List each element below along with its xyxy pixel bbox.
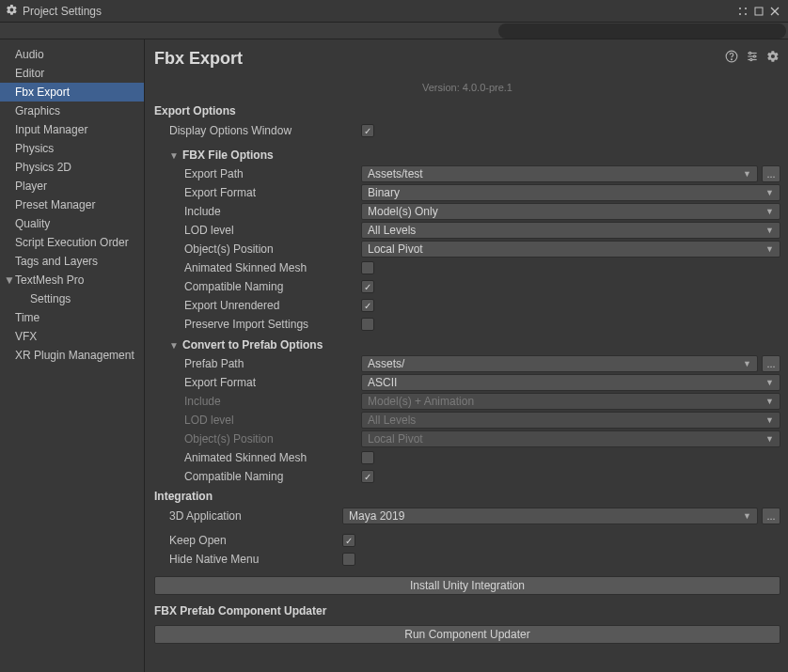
sidebar-item-player[interactable]: Player bbox=[0, 177, 144, 195]
3d-application-label: 3D Application bbox=[154, 509, 361, 523]
display-options-window-checkbox[interactable] bbox=[361, 124, 374, 137]
sidebar-item-tmp-settings[interactable]: Settings bbox=[0, 289, 144, 308]
search-input[interactable] bbox=[498, 23, 786, 39]
prefab-path-label: Prefab Path bbox=[154, 357, 361, 370]
chevron-down-icon: ▼ bbox=[765, 207, 774, 216]
svg-point-15 bbox=[753, 55, 755, 57]
run-component-updater-button[interactable]: Run Component Updater bbox=[154, 625, 780, 644]
updater-heading: FBX Prefab Component Updater bbox=[154, 604, 780, 617]
display-options-window-label: Display Options Window bbox=[154, 124, 361, 137]
sidebar-item-textmesh-pro[interactable]: ▼ TextMesh Pro bbox=[0, 271, 144, 289]
compatible-naming-checkbox[interactable] bbox=[361, 280, 374, 293]
export-options-heading: Export Options bbox=[154, 104, 780, 117]
convert-to-prefab-foldout[interactable]: ▼ Convert to Prefab Options bbox=[154, 338, 361, 352]
keep-open-label: Keep Open bbox=[154, 534, 361, 547]
version-text: Version: 4.0.0-pre.1 bbox=[154, 82, 780, 93]
svg-rect-4 bbox=[755, 8, 763, 15]
sidebar-item-physics[interactable]: Physics bbox=[0, 139, 144, 158]
prefab-path-browse-button[interactable]: ... bbox=[762, 355, 780, 372]
3d-application-browse-button[interactable]: ... bbox=[762, 508, 780, 524]
chevron-down-icon: ▼ bbox=[765, 244, 774, 254]
prefab-anim-skinned-label: Animated Skinned Mesh bbox=[154, 451, 361, 464]
chevron-down-icon: ▼ bbox=[743, 359, 751, 368]
window-titlebar: Project Settings bbox=[0, 0, 788, 23]
prefab-path-dropdown[interactable]: Assets/▼ bbox=[361, 355, 758, 372]
sidebar-item-input-manager[interactable]: Input Manager bbox=[0, 120, 144, 139]
3d-application-dropdown[interactable]: Maya 2019▼ bbox=[342, 508, 758, 524]
chevron-down-icon: ▼ bbox=[743, 169, 751, 179]
include-label: Include bbox=[154, 205, 361, 218]
window-close-icon[interactable] bbox=[767, 4, 782, 19]
lod-level-label: LOD level bbox=[154, 224, 361, 237]
objects-position-dropdown[interactable]: Local Pivot▼ bbox=[361, 241, 780, 258]
prefab-objpos-label: Object(s) Position bbox=[154, 432, 361, 445]
dropdown-value: Maya 2019 bbox=[349, 509, 404, 523]
animated-skinned-mesh-checkbox[interactable] bbox=[361, 261, 374, 274]
chevron-down-icon: ▼ bbox=[765, 226, 774, 235]
foldout-triangle-icon: ▼ bbox=[169, 150, 179, 161]
hide-native-menu-checkbox[interactable] bbox=[342, 553, 355, 566]
sidebar-item-tags-and-layers[interactable]: Tags and Layers bbox=[0, 252, 144, 271]
export-path-label: Export Path bbox=[154, 167, 361, 180]
sidebar-item-vfx[interactable]: VFX bbox=[0, 327, 144, 346]
sidebar-item-preset-manager[interactable]: Preset Manager bbox=[0, 195, 144, 214]
sidebar-item-script-execution-order[interactable]: Script Execution Order bbox=[0, 233, 144, 252]
foldout-triangle-icon: ▼ bbox=[169, 340, 179, 351]
svg-point-1 bbox=[739, 13, 741, 15]
lod-level-dropdown[interactable]: All Levels▼ bbox=[361, 222, 780, 239]
dropdown-value: Model(s) + Animation bbox=[368, 395, 474, 408]
svg-point-14 bbox=[749, 52, 751, 54]
chevron-down-icon: ▼ bbox=[765, 415, 774, 425]
chevron-down-icon: ▼ bbox=[743, 511, 751, 521]
sidebar-item-fbx-export[interactable]: Fbx Export bbox=[0, 83, 144, 102]
export-path-dropdown[interactable]: Assets/test▼ bbox=[361, 165, 758, 182]
dropdown-value: All Levels bbox=[368, 414, 416, 427]
preserve-import-settings-checkbox[interactable] bbox=[361, 318, 374, 331]
window-title: Project Settings bbox=[23, 5, 102, 18]
prefab-export-format-dropdown[interactable]: ASCII▼ bbox=[361, 374, 780, 391]
chevron-down-icon: ▼ bbox=[765, 188, 774, 197]
dropdown-value: Model(s) Only bbox=[368, 205, 438, 218]
prefab-compat-naming-checkbox[interactable] bbox=[361, 470, 374, 483]
hide-native-menu-label: Hide Native Menu bbox=[154, 553, 361, 566]
dropdown-value: Local Pivot bbox=[368, 432, 423, 445]
export-unrendered-checkbox[interactable] bbox=[361, 299, 374, 312]
include-dropdown[interactable]: Model(s) Only▼ bbox=[361, 203, 780, 220]
prefab-export-format-label: Export Format bbox=[154, 376, 361, 389]
integration-heading: Integration bbox=[154, 490, 780, 503]
window-maximize-icon[interactable] bbox=[751, 4, 766, 19]
fbx-file-options-foldout[interactable]: ▼ FBX File Options bbox=[154, 148, 361, 162]
sidebar-item-time[interactable]: Time bbox=[0, 308, 144, 327]
keep-open-checkbox[interactable] bbox=[342, 534, 355, 547]
sidebar-item-xr-plugin-management[interactable]: XR Plugin Management bbox=[0, 346, 144, 365]
foldout-label: FBX File Options bbox=[182, 148, 274, 162]
dropdown-value: Binary bbox=[368, 186, 400, 199]
foldout-triangle-icon: ▼ bbox=[4, 273, 13, 288]
chevron-down-icon: ▼ bbox=[765, 434, 774, 444]
sidebar-item-graphics[interactable]: Graphics bbox=[0, 102, 144, 120]
sidebar-item-quality[interactable]: Quality bbox=[0, 214, 144, 233]
settings-gear-icon[interactable] bbox=[765, 49, 780, 64]
foldout-label: Convert to Prefab Options bbox=[182, 338, 323, 352]
settings-sidebar: Audio Editor Fbx Export Graphics Input M… bbox=[0, 39, 145, 672]
svg-point-3 bbox=[745, 13, 747, 15]
dropdown-value: ASCII bbox=[368, 376, 397, 389]
window-menu-icon[interactable] bbox=[735, 4, 750, 19]
export-format-dropdown[interactable]: Binary▼ bbox=[361, 184, 780, 201]
install-unity-integration-button[interactable]: Install Unity Integration bbox=[154, 576, 780, 595]
sidebar-item-editor[interactable]: Editor bbox=[0, 64, 144, 83]
help-icon[interactable] bbox=[724, 49, 739, 64]
export-format-label: Export Format bbox=[154, 186, 361, 199]
svg-point-2 bbox=[745, 8, 747, 9]
prefab-anim-skinned-checkbox[interactable] bbox=[361, 451, 374, 464]
sidebar-item-audio[interactable]: Audio bbox=[0, 45, 144, 64]
prefab-include-label: Include bbox=[154, 395, 361, 408]
export-path-browse-button[interactable]: ... bbox=[762, 165, 780, 182]
dropdown-value: Local Pivot bbox=[368, 242, 423, 256]
sidebar-item-physics-2d[interactable]: Physics 2D bbox=[0, 158, 144, 177]
preserve-import-settings-label: Preserve Import Settings bbox=[154, 318, 361, 331]
sliders-icon[interactable] bbox=[745, 49, 760, 64]
prefab-include-dropdown: Model(s) + Animation▼ bbox=[361, 393, 780, 410]
page-title: Fbx Export bbox=[154, 49, 243, 69]
svg-point-10 bbox=[732, 59, 733, 60]
